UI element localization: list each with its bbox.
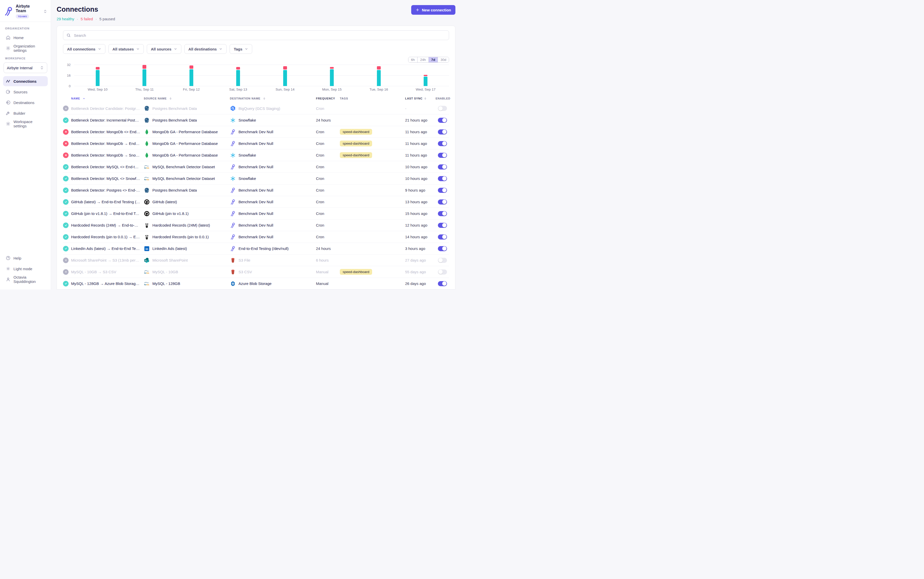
svg-text:SQL: SQL — [146, 179, 149, 180]
source-cell: Postgres Benchmark Data — [144, 187, 230, 193]
chart-bar-slot — [168, 65, 215, 86]
frequency-cell: Cron — [316, 211, 340, 216]
chart-bar-failed-segment — [283, 66, 287, 70]
connection-enabled-toggle[interactable] — [438, 234, 447, 239]
sidebar-item-home[interactable]: Home — [3, 33, 48, 43]
connection-enabled-toggle[interactable] — [438, 153, 447, 158]
table-row[interactable]: Bottleneck Detector: MongoDb <> End-to-E… — [63, 126, 449, 137]
workspace-selector-value: Airbyte Internal — [7, 66, 33, 70]
new-connection-label: New connection — [422, 8, 451, 12]
connection-enabled-toggle[interactable] — [438, 223, 447, 228]
sidebar-item-sources[interactable]: Sources — [3, 87, 48, 97]
table-row[interactable]: MySQL - 10GB → S3 CSVMySQLMySQL - 10GBS3… — [63, 266, 449, 278]
column-header-last-sync[interactable]: LAST SYNC — [405, 97, 436, 100]
connection-enabled-toggle[interactable] — [438, 281, 447, 286]
sidebar-item-workspace-settings[interactable]: Workspace settings — [3, 119, 48, 129]
filter-all-sources[interactable]: All sources — [147, 44, 181, 54]
table-row[interactable]: Bottleneck Detector: MySQL <> SnowflakeM… — [63, 173, 449, 184]
last-sync-cell: 11 hours ago — [405, 141, 436, 146]
connection-name: Bottleneck Detector Candidate: Postgres … — [71, 106, 140, 111]
column-header-source-name[interactable]: SOURCE NAME — [144, 97, 230, 100]
table-row[interactable]: Bottleneck Detector: Postgres <> End-to-… — [63, 184, 449, 196]
table-row[interactable]: Bottleneck Detector: MongoDb → Snowflake… — [63, 149, 449, 161]
connection-enabled-toggle[interactable] — [438, 141, 447, 146]
connection-enabled-toggle[interactable] — [438, 246, 447, 251]
paused-status-icon — [63, 258, 69, 263]
airbyte-icon — [230, 187, 236, 193]
last-sync-cell: 9 hours ago — [405, 188, 436, 192]
chart-y-tick-label: 16 — [67, 74, 71, 77]
connection-enabled-toggle[interactable] — [438, 176, 447, 181]
connection-enabled-toggle[interactable] — [438, 270, 447, 275]
bigquery-icon — [230, 105, 236, 111]
destination-name: BigQuery (GCS Staging) — [238, 106, 280, 111]
sidebar-item-destinations[interactable]: Destinations — [3, 97, 48, 108]
toggle-knob — [442, 200, 446, 204]
sidebar-item-builder[interactable]: Builder — [3, 108, 48, 118]
source-name: Hardcoded Records (pin to 0.0.1) — [153, 235, 209, 239]
connection-enabled-toggle[interactable] — [438, 129, 447, 134]
connection-enabled-toggle[interactable] — [438, 200, 447, 204]
connection-enabled-toggle[interactable] — [438, 164, 447, 170]
destination-name: End-to-End Testing (/dev/null) — [238, 246, 289, 251]
connection-enabled-toggle[interactable] — [438, 188, 447, 193]
workspace-selector[interactable]: Airbyte Internal — [3, 62, 47, 73]
time-range-6h[interactable]: 6h — [409, 57, 417, 62]
filter-all-destinations[interactable]: All destinations — [184, 44, 227, 54]
last-sync-cell: 15 hours ago — [405, 211, 436, 216]
name-cell: GitHub (pin to v1.8.1) → End-to-End Test… — [63, 211, 144, 216]
name-cell: Bottleneck Detector: MongoDb → Snowflake — [63, 152, 144, 158]
new-connection-button[interactable]: New connection — [411, 5, 455, 15]
filter-label: All destinations — [189, 47, 217, 51]
filter-label: All connections — [67, 47, 95, 51]
org-switcher[interactable]: Airbyte Team TEAMS — [3, 3, 48, 21]
table-row[interactable]: Hardcoded Records (pin to 0.0.1) → End-t… — [63, 231, 449, 242]
column-header-destination-name[interactable]: DESTINATION NAME — [230, 97, 316, 100]
destination-cell: BigQuery (GCS Staging) — [230, 105, 316, 111]
sidebar-item-organization-settings[interactable]: Organization settings — [3, 43, 48, 53]
s3-icon — [230, 269, 236, 275]
table-row[interactable]: Bottleneck Detector Candidate: Postgres … — [63, 103, 449, 114]
sidebar-divider — [0, 21, 51, 22]
sidebar-item-label: Organization settings — [13, 44, 45, 52]
connection-enabled-toggle[interactable] — [438, 106, 447, 111]
chart-bar-failed-segment — [236, 67, 240, 70]
connection-enabled-toggle[interactable] — [438, 258, 447, 263]
time-range-24h[interactable]: 24h — [417, 57, 428, 62]
time-range-7d[interactable]: 7d — [428, 57, 438, 62]
chevron-down-icon — [98, 47, 101, 51]
table-row[interactable]: Bottleneck Detector: MySQL <> End-to-End… — [63, 161, 449, 173]
filter-all-connections[interactable]: All connections — [63, 44, 105, 54]
frequency-cell: Cron — [316, 200, 340, 204]
table-row[interactable]: GitHub (pin to v1.8.1) → End-to-End Test… — [63, 208, 449, 219]
sidebar-item-help[interactable]: Help — [3, 253, 48, 263]
table-row[interactable]: MySQL - 128GB → Azure Blob Storage JSOn … — [63, 278, 449, 289]
tags-cell: speed-dashboard — [340, 152, 405, 158]
table-row[interactable]: LinkedIn Ads (latest) → End-to-End Testi… — [63, 242, 449, 254]
toggle-knob — [442, 153, 446, 157]
sidebar-item-connections[interactable]: Connections — [3, 76, 48, 86]
toggle-knob — [438, 270, 443, 274]
table-row[interactable]: Hardcoded Records (24M) → End-to-End Te.… — [63, 219, 449, 231]
time-range-30d[interactable]: 30d — [438, 57, 449, 62]
table-row[interactable]: Bottleneck Detector: Incremental Postgre… — [63, 114, 449, 126]
snowflake-icon — [230, 176, 236, 182]
source-cell: MongoDb GA - Performance Database — [144, 152, 230, 158]
connection-enabled-toggle[interactable] — [438, 118, 447, 123]
column-header-name[interactable]: NAME — [63, 97, 144, 100]
last-sync-cell: 10 hours ago — [405, 165, 436, 169]
connection-enabled-toggle[interactable] — [438, 211, 447, 216]
filter-tags[interactable]: Tags — [230, 44, 252, 54]
source-cell: Hardcoded Records (pin to 0.0.1) — [144, 234, 230, 240]
tags-cell: speed-dashboard — [340, 141, 405, 146]
table-row[interactable]: Microsoft SharePoint → S3 (13mb performa… — [63, 254, 449, 266]
table-row[interactable]: GitHub (latest) → End-to-End Testing (/d… — [63, 196, 449, 208]
search-input[interactable] — [74, 33, 446, 38]
chart-bar-success-segment — [423, 77, 427, 86]
table-row[interactable]: Bottleneck Detector: MongoDb → End-to-En… — [63, 137, 449, 149]
filter-all-statuses[interactable]: All statuses — [108, 44, 144, 54]
sidebar-item-light-mode[interactable]: Light mode — [3, 263, 48, 274]
sidebar-item-octavia-squiddington[interactable]: Octavia Squiddington — [3, 274, 48, 285]
name-cell: Bottleneck Detector: MySQL <> End-to-End… — [63, 164, 144, 170]
chart-bar-success-segment — [189, 69, 193, 86]
